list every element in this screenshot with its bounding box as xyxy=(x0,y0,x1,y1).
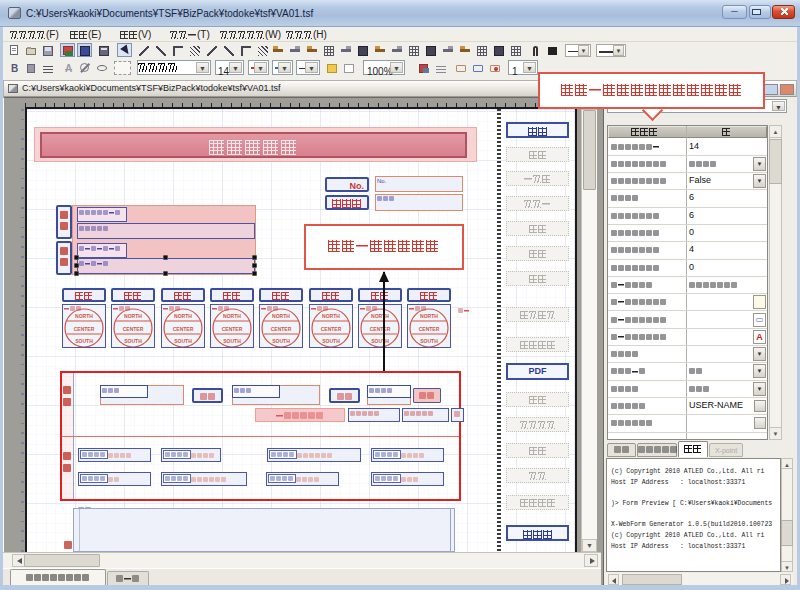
svg-text:NORTH: NORTH xyxy=(322,313,340,319)
svg-text:CENTER: CENTER xyxy=(370,326,391,332)
svg-text:SOUTH: SOUTH xyxy=(272,338,290,344)
svg-text:NORTH: NORTH xyxy=(371,313,389,319)
svg-text:CENTER: CENTER xyxy=(320,326,341,332)
svg-text:SOUTH: SOUTH xyxy=(322,338,340,344)
svg-text:SOUTH: SOUTH xyxy=(223,338,241,344)
svg-text:NORTH: NORTH xyxy=(124,313,142,319)
svg-text:SOUTH: SOUTH xyxy=(75,338,93,344)
svg-text:CENTER: CENTER xyxy=(271,326,292,332)
svg-text:SOUTH: SOUTH xyxy=(420,338,438,344)
svg-text:SOUTH: SOUTH xyxy=(371,338,389,344)
svg-text:CENTER: CENTER xyxy=(74,326,95,332)
svg-text:NORTH: NORTH xyxy=(272,313,290,319)
svg-text:NORTH: NORTH xyxy=(75,313,93,319)
svg-text:CENTER: CENTER xyxy=(123,326,144,332)
svg-text:NORTH: NORTH xyxy=(223,313,241,319)
svg-text:NORTH: NORTH xyxy=(174,313,192,319)
svg-text:CENTER: CENTER xyxy=(419,326,440,332)
svg-text:CENTER: CENTER xyxy=(222,326,243,332)
svg-text:SOUTH: SOUTH xyxy=(125,338,143,344)
svg-text:NORTH: NORTH xyxy=(420,313,438,319)
svg-text:CENTER: CENTER xyxy=(172,326,193,332)
svg-text:SOUTH: SOUTH xyxy=(174,338,192,344)
